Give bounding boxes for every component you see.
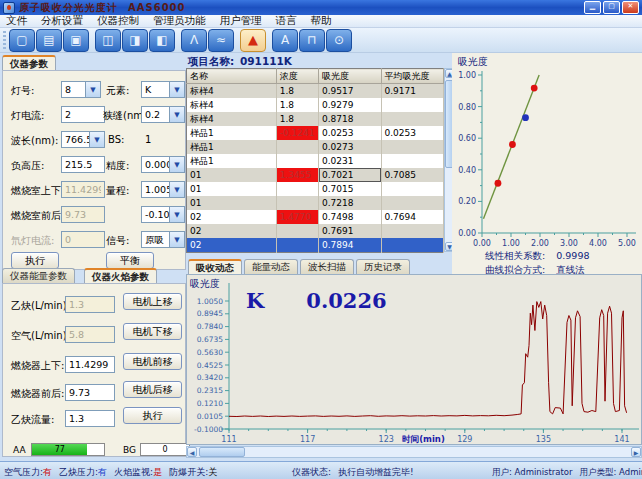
cell-absorbance[interactable]: 0.7894: [319, 238, 381, 253]
new-file-button[interactable]: ▢: [9, 29, 35, 52]
cell-name[interactable]: 02: [187, 210, 277, 224]
motor-back-button[interactable]: 电机后移: [123, 381, 182, 398]
cell-absorbance[interactable]: 0.7218: [319, 196, 381, 210]
flame-execute-button[interactable]: 执行: [123, 407, 182, 424]
table-row[interactable]: 标样41.80.9279: [187, 98, 444, 112]
table-row[interactable]: 样品10.0231: [187, 154, 444, 168]
menu-admin-functions[interactable]: 管理员功能: [153, 14, 206, 28]
cell-absorbance[interactable]: 0.9279: [319, 98, 381, 112]
power-button[interactable]: ⊙: [326, 29, 352, 52]
range-select[interactable]: 1.0050▼: [141, 181, 185, 198]
table-row[interactable]: 样品1-0.12410.02530.0253: [187, 126, 444, 140]
scroll-left-icon[interactable]: ◀: [187, 447, 197, 457]
menu-language[interactable]: 语言: [276, 14, 297, 28]
menu-analysis-settings[interactable]: 分析设置: [41, 14, 83, 28]
menu-file[interactable]: 文件: [6, 14, 27, 28]
maximize-button[interactable]: ▢: [603, 1, 620, 14]
column-header[interactable]: 浓度: [276, 69, 318, 84]
chevron-down-icon[interactable]: ▼: [85, 82, 100, 97]
cell-absorbance[interactable]: 0.7021: [319, 168, 381, 182]
tab-wavelength-scan[interactable]: 波长扫描: [300, 259, 354, 274]
wavelength-button[interactable]: ◧: [149, 29, 175, 52]
chevron-down-icon[interactable]: ▼: [89, 132, 104, 147]
cell-name[interactable]: 样品1: [187, 140, 277, 154]
open-project-button[interactable]: ▤: [36, 29, 62, 52]
cell-average-absorbance[interactable]: [381, 98, 444, 112]
cell-name[interactable]: 标样4: [187, 98, 277, 112]
burner-fb-input[interactable]: [65, 384, 115, 401]
cell-name[interactable]: 01: [187, 196, 277, 210]
chart-horizontal-scrollbar[interactable]: ◀ ▶: [186, 446, 642, 458]
chevron-down-icon[interactable]: ▼: [169, 182, 184, 197]
signal-select[interactable]: 原吸▼: [141, 231, 185, 248]
table-row[interactable]: 020.7894: [187, 238, 444, 253]
execute-button[interactable]: 执行: [11, 252, 59, 269]
scroll-right-icon[interactable]: ▶: [631, 447, 641, 457]
cell-absorbance[interactable]: 0.0273: [319, 140, 381, 154]
minimize-button[interactable]: ▁: [584, 1, 601, 14]
cell-average-absorbance[interactable]: [381, 238, 444, 253]
table-row[interactable]: 样品10.0273: [187, 140, 444, 154]
table-row[interactable]: 010.7218: [187, 196, 444, 210]
menu-user-management[interactable]: 用户管理: [220, 14, 262, 28]
cell-average-absorbance[interactable]: 0.7694: [381, 210, 444, 224]
cell-average-absorbance[interactable]: [381, 182, 444, 196]
tab-history[interactable]: 历史记录: [356, 259, 410, 274]
cell-concentration[interactable]: [276, 154, 318, 168]
tab-instrument-params[interactable]: 仪器参数: [2, 55, 56, 70]
autosampler-button[interactable]: A: [272, 29, 298, 52]
cell-average-absorbance[interactable]: [381, 224, 444, 238]
tab-flame-params[interactable]: 仪器火焰参数: [84, 268, 157, 283]
cell-average-absorbance[interactable]: [381, 196, 444, 210]
cell-concentration[interactable]: [276, 182, 318, 196]
cell-concentration[interactable]: [276, 224, 318, 238]
cell-average-absorbance[interactable]: [381, 154, 444, 168]
table-row[interactable]: 020.7691: [187, 224, 444, 238]
save-button[interactable]: ▣: [63, 29, 89, 52]
table-row[interactable]: 010.7015: [187, 182, 444, 196]
cell-absorbance[interactable]: 0.0231: [319, 154, 381, 168]
table-row[interactable]: 标样41.80.95170.9171: [187, 84, 444, 99]
cell-absorbance[interactable]: 0.7498: [319, 210, 381, 224]
cell-absorbance[interactable]: 0.8718: [319, 112, 381, 126]
cell-name[interactable]: 样品1: [187, 126, 277, 140]
chevron-down-icon[interactable]: ▼: [169, 207, 184, 222]
cell-name[interactable]: 02: [187, 238, 277, 253]
balance-button[interactable]: 平衡: [106, 252, 154, 269]
cell-concentration[interactable]: [276, 140, 318, 154]
cell-concentration[interactable]: 1.8: [276, 112, 318, 126]
close-button[interactable]: ✕: [622, 1, 639, 14]
cell-average-absorbance[interactable]: [381, 140, 444, 154]
chevron-down-icon[interactable]: ▼: [169, 107, 184, 122]
table-row[interactable]: 021.47700.74980.7694: [187, 210, 444, 224]
lamp-position-button[interactable]: ◫: [95, 29, 121, 52]
lamp-current-input[interactable]: [61, 106, 105, 123]
cell-average-absorbance[interactable]: [381, 112, 444, 126]
table-row[interactable]: 标样41.80.8718: [187, 112, 444, 126]
cell-concentration[interactable]: [276, 196, 318, 210]
c2h2-flow-input[interactable]: [65, 410, 115, 427]
sample-intro-button[interactable]: ≈: [208, 29, 234, 52]
cell-name[interactable]: 标样4: [187, 84, 277, 99]
cell-absorbance[interactable]: 0.0253: [319, 126, 381, 140]
cell-concentration[interactable]: [276, 238, 318, 253]
cell-concentration[interactable]: 1.8: [276, 98, 318, 112]
cell-concentration[interactable]: 1.8: [276, 84, 318, 99]
cell-absorbance[interactable]: 0.7015: [319, 182, 381, 196]
cell-absorbance[interactable]: 0.7691: [319, 224, 381, 238]
chevron-down-icon[interactable]: ▼: [169, 157, 184, 172]
offset-select[interactable]: -0.1000▼: [141, 206, 185, 223]
cell-name[interactable]: 01: [187, 168, 277, 182]
cell-name[interactable]: 样品1: [187, 154, 277, 168]
cell-name[interactable]: 标样4: [187, 112, 277, 126]
burner-ud-input[interactable]: [65, 356, 115, 373]
lamp-current-button[interactable]: ◨: [122, 29, 148, 52]
scroll-thumb[interactable]: [199, 447, 245, 457]
chevron-down-icon[interactable]: ▼: [169, 232, 184, 247]
toolbar-grip[interactable]: [3, 31, 6, 49]
cell-average-absorbance[interactable]: 0.7085: [381, 168, 444, 182]
peak-profile-button[interactable]: Λ: [181, 29, 207, 52]
motor-forward-button[interactable]: 电机前移: [123, 353, 182, 370]
cell-concentration[interactable]: 1.3455: [276, 168, 318, 182]
cell-average-absorbance[interactable]: 0.0253: [381, 126, 444, 140]
